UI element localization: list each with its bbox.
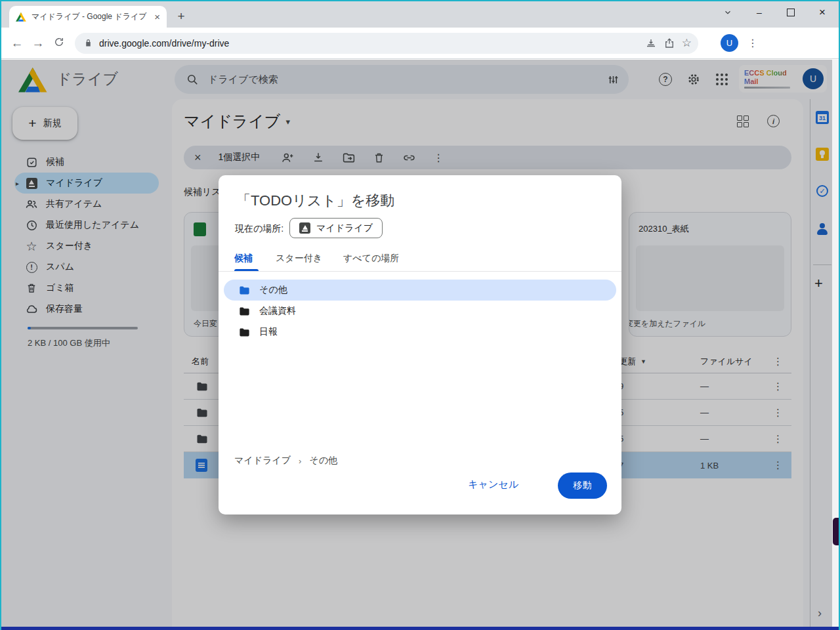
- dialog-title: 「TODOリスト」を移動: [236, 191, 394, 211]
- dialog-tabs: 候補 スター付き すべての場所: [219, 249, 621, 272]
- scrollbar-thumb[interactable]: [833, 518, 839, 545]
- share-icon[interactable]: [663, 37, 675, 49]
- drive-app: ドライブ ドライブで検索 ? ECCS Cloud Mail U: [1, 60, 839, 627]
- my-drive-icon: [299, 222, 310, 234]
- tab-search-chevron-icon[interactable]: [722, 7, 734, 18]
- drive-favicon: [16, 12, 26, 22]
- tab-starred[interactable]: スター付き: [276, 253, 322, 264]
- browser-avatar[interactable]: U: [721, 34, 738, 52]
- browser-menu-icon[interactable]: ⋮: [742, 37, 763, 49]
- folder-icon: [238, 305, 251, 318]
- cancel-button[interactable]: キャンセル: [468, 478, 518, 491]
- folder-icon: [238, 326, 251, 339]
- destination-breadcrumb: マイドライブ › その他: [234, 455, 337, 467]
- lock-icon: [84, 38, 93, 48]
- bookmark-star-icon[interactable]: ☆: [682, 36, 692, 50]
- install-icon[interactable]: [645, 37, 657, 49]
- breadcrumb-item[interactable]: マイドライブ: [234, 455, 291, 467]
- active-tab-underline: [234, 269, 259, 271]
- forward-button[interactable]: →: [28, 36, 49, 51]
- move-button[interactable]: 移動: [558, 472, 607, 499]
- tab-suggested[interactable]: 候補: [234, 253, 253, 264]
- browser-tab-strip: マイドライブ - Google ドライブ × + – ×: [1, 1, 839, 28]
- chevron-right-icon: ›: [299, 456, 301, 466]
- current-location-chip[interactable]: マイドライブ: [289, 218, 383, 238]
- tab-close-icon[interactable]: ×: [154, 11, 160, 22]
- reload-button[interactable]: [49, 36, 70, 51]
- folder-option-selected[interactable]: その他: [224, 280, 616, 301]
- current-location-label: 現在の場所:: [235, 223, 284, 235]
- move-dialog: 「TODOリスト」を移動 現在の場所: マイドライブ 候補 スター付き すべての…: [219, 175, 621, 514]
- folder-icon: [238, 284, 251, 297]
- tab-title: マイドライブ - Google ドライブ: [32, 11, 149, 22]
- new-tab-button[interactable]: +: [173, 9, 189, 24]
- maximize-button[interactable]: [785, 7, 797, 18]
- window-bottom-edge: [1, 627, 839, 630]
- minimize-button[interactable]: –: [753, 7, 765, 18]
- url-text[interactable]: drive.google.com/drive/my-drive: [99, 38, 639, 49]
- close-window-button[interactable]: ×: [816, 7, 828, 18]
- folder-option[interactable]: 会議資料: [224, 301, 616, 322]
- browser-window: マイドライブ - Google ドライブ × + – × ← → drive.g…: [0, 0, 840, 630]
- tab-all-locations[interactable]: すべての場所: [343, 253, 399, 264]
- folder-option[interactable]: 日報: [224, 322, 616, 343]
- browser-tab[interactable]: マイドライブ - Google ドライブ ×: [9, 6, 167, 28]
- breadcrumb-item[interactable]: その他: [309, 455, 337, 467]
- browser-toolbar: ← → drive.google.com/drive/my-drive ☆ U …: [1, 28, 839, 59]
- back-button[interactable]: ←: [7, 36, 28, 51]
- url-bar[interactable]: drive.google.com/drive/my-drive ☆: [75, 33, 698, 54]
